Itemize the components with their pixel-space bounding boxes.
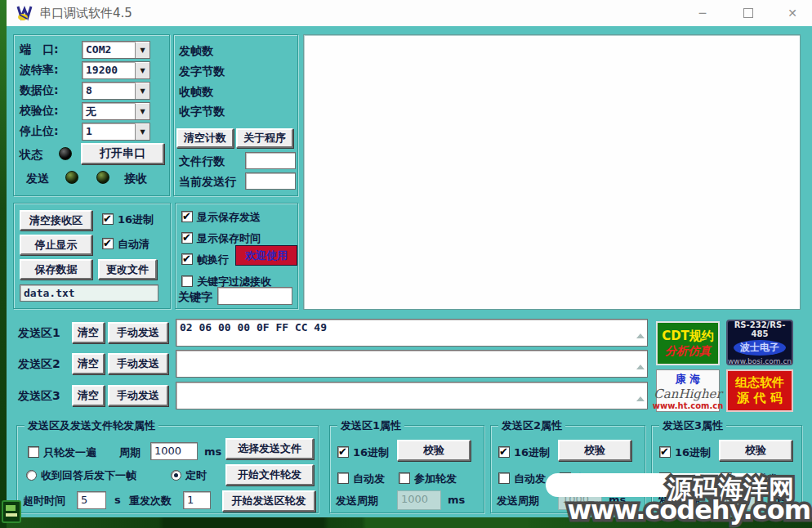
send-area2-scrollbar[interactable] — [636, 352, 645, 365]
port-select[interactable]: COM2 ▼ — [82, 41, 150, 59]
about-button[interactable]: 关于程序 — [236, 128, 293, 148]
maximize-button[interactable] — [729, 0, 767, 26]
area2-hex-checkbox[interactable] — [498, 446, 510, 458]
area2-auto-checkbox[interactable] — [498, 472, 510, 484]
area2-verify-button[interactable]: 校验 — [558, 440, 631, 461]
area3-hex-checkbox[interactable] — [659, 446, 671, 458]
bosi-logo[interactable]: RS-232/RS-485 波士电子 www.bosi.com.cn — [726, 320, 793, 365]
change-file-button[interactable]: 更改文件 — [98, 259, 157, 280]
send-led — [65, 171, 78, 184]
baud-select[interactable]: 19200 ▼ — [82, 61, 150, 79]
send-area1-label: 发送区1 — [18, 326, 60, 341]
recv-led — [96, 171, 109, 184]
bosi-logo-line1: RS-232/RS-485 — [728, 320, 792, 338]
clear-counters-button[interactable]: 清空计数 — [176, 128, 234, 148]
area1-period-label: 发送周期 — [336, 494, 378, 508]
chevron-down-icon[interactable]: ▼ — [135, 103, 149, 119]
parity-label: 校验位: — [20, 104, 59, 119]
timed-radio[interactable] — [171, 470, 181, 481]
chevron-down-icon[interactable]: ▼ — [135, 42, 149, 58]
maximize-icon — [743, 8, 753, 18]
canhigher-logo-line3: www.ht.com.cn — [653, 401, 724, 410]
start-file-poll-button[interactable]: 开始文件轮发 — [225, 464, 314, 485]
area1-hex-label: 16进制 — [353, 445, 389, 460]
databits-select[interactable]: 8 ▼ — [82, 82, 150, 100]
on-answer-radio[interactable] — [26, 470, 37, 481]
chevron-down-icon[interactable]: ▼ — [135, 62, 149, 78]
chevron-down-icon[interactable]: ▼ — [135, 123, 149, 140]
canhigher-logo[interactable]: 康 海 CanHigher www.ht.com.cn — [656, 369, 720, 412]
save-filename-field[interactable]: data.txt — [20, 284, 158, 302]
parity-select[interactable]: 无 ▼ — [82, 102, 150, 120]
save-data-button[interactable]: 保存数据 — [20, 259, 92, 280]
clear-receive-button[interactable]: 清空接收区 — [20, 210, 92, 230]
send-area2-send-button[interactable]: 手动发送 — [108, 353, 168, 374]
area1-auto-checkbox[interactable] — [337, 472, 349, 484]
poll-once-checkbox[interactable] — [28, 446, 39, 458]
stop-display-button[interactable]: 停止显示 — [20, 235, 92, 255]
keyword-label: 关键字 — [178, 290, 212, 305]
keyword-field[interactable] — [217, 287, 292, 305]
area1-joinpoll-checkbox[interactable] — [399, 472, 410, 484]
show-save-time-checkbox[interactable] — [181, 232, 193, 244]
retry-label: 重发次数 — [129, 494, 172, 508]
timeout-label: 超时时间 — [23, 494, 65, 508]
send-area1-send-button[interactable]: 手动发送 — [108, 322, 168, 343]
recv-led-label: 接收 — [124, 172, 147, 186]
send-area1-content: 02 06 00 00 0F FF CC 49 — [180, 321, 327, 333]
area2-period-label: 发送周期 — [497, 494, 539, 508]
canhigher-logo-line1: 康 海 — [676, 372, 701, 387]
file-lines-field[interactable] — [245, 152, 296, 169]
send-area3-scrollbar[interactable] — [636, 384, 645, 396]
timeout-unit: s — [114, 494, 121, 506]
send-area2-text[interactable] — [176, 350, 648, 378]
canhigher-logo-line2: CanHigher — [654, 387, 721, 401]
area1-hex-checkbox[interactable] — [337, 446, 349, 458]
keyword-filter-checkbox[interactable] — [181, 275, 193, 287]
send-area3-send-button[interactable]: 手动发送 — [108, 385, 168, 406]
period-label: 周期 — [119, 445, 141, 460]
start-areas-poll-button[interactable]: 开始发送区轮发 — [222, 490, 315, 512]
port-value: COM2 — [83, 42, 135, 58]
retry-field[interactable]: 1 — [183, 491, 211, 509]
hex-receive-label: 16进制 — [118, 213, 154, 227]
area1-verify-button[interactable]: 校验 — [397, 440, 471, 461]
receive-display[interactable] — [303, 34, 801, 310]
area1-period-unit: ms — [448, 494, 465, 506]
show-save-send-checkbox[interactable] — [181, 211, 193, 222]
send-area3-text[interactable] — [176, 382, 648, 409]
bytes-sent-label: 发字节数 — [179, 65, 225, 79]
hex-receive-checkbox[interactable] — [102, 213, 114, 225]
send-area1-scrollbar[interactable] — [636, 321, 645, 333]
timeout-field[interactable]: 5 — [77, 491, 106, 509]
frame-newline-checkbox[interactable] — [181, 253, 193, 265]
baud-label: 波特率: — [20, 63, 59, 78]
select-send-file-button[interactable]: 选择发送文件 — [225, 438, 314, 459]
chevron-down-icon[interactable]: ▼ — [135, 83, 149, 99]
area3-verify-button[interactable]: 校验 — [719, 440, 792, 461]
send-area2-label: 发送区2 — [18, 357, 60, 372]
send-area1-clear-button[interactable]: 清空 — [72, 322, 105, 343]
stopbits-label: 停止位: — [20, 124, 59, 139]
send-area1-text[interactable]: 02 06 00 00 0F FF CC 49 — [176, 319, 648, 347]
watermark-site-url: www.codehy.com — [567, 494, 810, 526]
area3-properties-title: 发送区3属性 — [659, 418, 726, 433]
period-field[interactable]: 1000 — [150, 442, 198, 460]
show-save-send-label: 显示保存发送 — [197, 210, 261, 225]
current-line-field[interactable] — [245, 172, 296, 190]
area1-auto-label: 自动发 — [353, 472, 385, 486]
send-area2-clear-button[interactable]: 清空 — [72, 353, 105, 374]
area3-hex-label: 16进制 — [675, 445, 711, 460]
close-button[interactable]: ✕ — [774, 0, 811, 26]
send-area3-clear-button[interactable]: 清空 — [72, 385, 105, 406]
autoclear-checkbox[interactable] — [102, 238, 114, 249]
status-label: 状态 — [20, 148, 42, 163]
minimize-button[interactable]: ─ — [684, 0, 721, 26]
scada-source-logo[interactable]: 组态软件 源 代 码 — [726, 369, 793, 412]
on-answer-label: 收到回答后发下一帧 — [41, 468, 136, 483]
cdt-logo[interactable]: CDT规约 分析仿真 — [656, 321, 720, 365]
desktop-icon[interactable] — [2, 500, 21, 523]
stopbits-select[interactable]: 1 ▼ — [82, 123, 150, 141]
open-port-button[interactable]: 打开串口 — [81, 143, 164, 164]
frames-recv-label: 收帧数 — [179, 85, 213, 100]
